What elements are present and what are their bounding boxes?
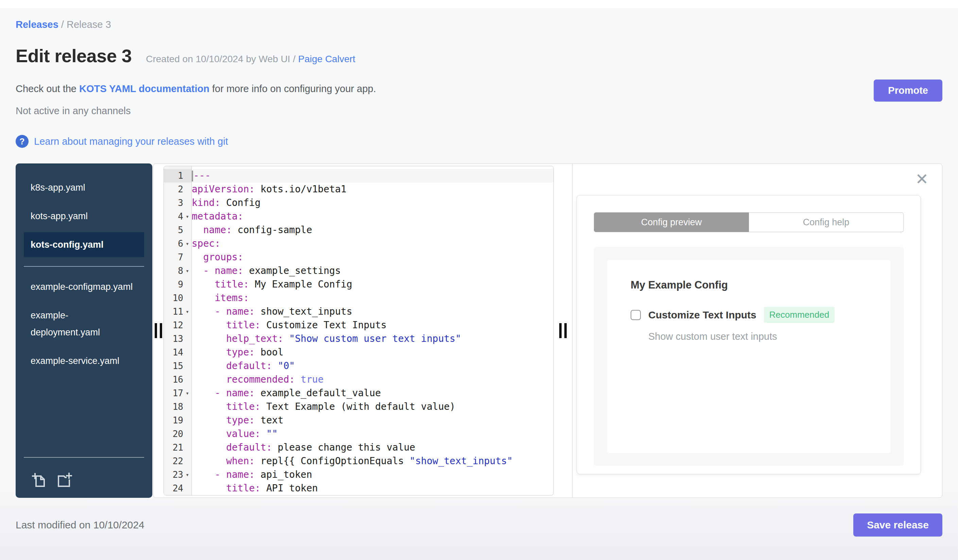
code-line-14[interactable]: type: bool [192, 346, 554, 359]
gutter-line-15: 15 [164, 359, 191, 373]
sidebar-file-kots-app-yaml[interactable]: kots-app.yaml [24, 204, 144, 229]
fold-arrow-icon[interactable]: ▾ [183, 240, 191, 247]
editor-resize-handle[interactable] [554, 164, 572, 497]
title-row: Edit release 3 Created on 10/10/2024 by … [16, 45, 942, 66]
code-line-17[interactable]: - name: example_default_value [192, 386, 554, 400]
gutter-line-22: 22 [164, 454, 191, 468]
fold-arrow-icon[interactable]: ▾ [183, 308, 191, 315]
breadcrumb: Releases / Release 3 [16, 19, 942, 30]
preview-content-area: My Example Config Customize Text Inputs … [594, 247, 904, 466]
line-number: 22 [173, 456, 183, 466]
gutter-line-5: 5 [164, 223, 191, 237]
code-line-2[interactable]: apiVersion: kots.io/v1beta1 [192, 182, 554, 196]
created-prefix: Created on 10/10/2024 by Web UI / [146, 54, 298, 64]
code-line-3[interactable]: kind: Config [192, 196, 554, 210]
gutter-line-12: 12 [164, 318, 191, 332]
breadcrumb-releases-link[interactable]: Releases [16, 19, 59, 30]
close-icon[interactable]: ✕ [915, 171, 928, 187]
sidebar-file-example-service-yaml[interactable]: example-service.yaml [24, 348, 144, 373]
gutter-line-1: 1 [164, 169, 191, 182]
sidebar-divider [24, 266, 144, 267]
code-line-1[interactable]: --- [192, 169, 554, 182]
code-line-23[interactable]: - name: api_token [192, 468, 554, 481]
sidebar-file-example-deployment-yaml[interactable]: example-deployment.yaml [24, 303, 144, 345]
add-file-icon[interactable] [30, 472, 47, 488]
code-line-8[interactable]: - name: example_settings [192, 264, 554, 278]
code-line-16[interactable]: recommended: true [192, 373, 554, 386]
line-number: 1 [178, 171, 183, 181]
sidebar-file-k8s-app-yaml[interactable]: k8s-app.yaml [24, 175, 144, 200]
sidebar-resize-handle[interactable] [153, 164, 163, 497]
gutter-line-18: 18 [164, 400, 191, 414]
code-line-21[interactable]: default: please change this value [192, 441, 554, 454]
add-folder-icon[interactable] [56, 472, 72, 488]
code-line-18[interactable]: title: Text Example (with default value) [192, 400, 554, 414]
sidebar-file-example-configmap-yaml[interactable]: example-configmap.yaml [24, 274, 144, 299]
code-line-12[interactable]: title: Customize Text Inputs [192, 318, 554, 332]
line-number: 8 [178, 266, 183, 276]
fold-arrow-icon[interactable]: ▾ [183, 390, 191, 397]
code-line-5[interactable]: name: config-sample [192, 223, 554, 237]
kots-yaml-docs-link[interactable]: KOTS YAML documentation [79, 83, 209, 94]
code-line-11[interactable]: - name: show_text_inputs [192, 305, 554, 318]
docs-line: Check out the KOTS YAML documentation fo… [16, 83, 942, 95]
editor-code[interactable]: ---apiVersion: kots.io/v1beta1kind: Conf… [192, 166, 554, 495]
created-author-link[interactable]: Paige Calvert [298, 54, 355, 64]
save-release-button[interactable]: Save release [853, 513, 942, 536]
line-number: 2 [178, 184, 183, 195]
gutter-line-13: 13 [164, 332, 191, 346]
fold-arrow-icon[interactable]: ▾ [183, 471, 191, 478]
sidebar-spacer [16, 377, 152, 452]
git-releases-link[interactable]: Learn about managing your releases with … [34, 136, 228, 147]
tab-config-preview[interactable]: Config preview [594, 212, 749, 232]
file-sidebar: k8s-app.yamlkots-app.yamlkots-config.yam… [16, 163, 152, 498]
customize-text-inputs-checkbox[interactable] [631, 310, 641, 320]
code-line-4[interactable]: metadata: [192, 210, 554, 223]
editor-preview-container: 1234▾56▾78▾91011▾121314151617▾1819202122… [153, 163, 942, 498]
code-line-7[interactable]: groups: [192, 250, 554, 264]
main-row: k8s-app.yamlkots-app.yamlkots-config.yam… [16, 163, 942, 498]
line-number: 9 [178, 279, 183, 289]
config-card: My Example Config Customize Text Inputs … [607, 260, 891, 453]
code-line-15[interactable]: default: "0" [192, 359, 554, 373]
sidebar-file-kots-config-yaml[interactable]: kots-config.yaml [24, 232, 144, 257]
docs-prefix: Check out the [16, 83, 79, 94]
line-number: 20 [173, 429, 183, 439]
gutter-line-25: 25 [164, 495, 191, 495]
code-line-20[interactable]: value: "" [192, 427, 554, 441]
gutter-line-7: 7 [164, 250, 191, 264]
file-list-top: k8s-app.yamlkots-app.yamlkots-config.yam… [16, 175, 152, 261]
code-line-9[interactable]: title: My Example Config [192, 278, 554, 291]
tab-config-help[interactable]: Config help [749, 212, 904, 232]
page: Releases / Release 3 Edit release 3 Crea… [0, 0, 958, 536]
code-line-6[interactable]: spec: [192, 237, 554, 250]
line-number: 11 [173, 307, 183, 317]
code-line-19[interactable]: type: text [192, 414, 554, 427]
code-line-13[interactable]: help_text: "Show custom user text inputs… [192, 332, 554, 346]
yaml-editor[interactable]: 1234▾56▾78▾91011▾121314151617▾1819202122… [163, 166, 554, 495]
gutter-line-2: 2 [164, 182, 191, 196]
promote-button[interactable]: Promote [874, 79, 942, 101]
line-number: 5 [178, 225, 183, 235]
fold-arrow-icon[interactable]: ▾ [183, 213, 191, 220]
code-line-10[interactable]: items: [192, 291, 554, 305]
line-number: 6 [178, 239, 183, 249]
resize-bar [564, 323, 567, 338]
code-line-22[interactable]: when: repl{{ ConfigOptionEquals "show_te… [192, 454, 554, 468]
resize-bar [559, 323, 561, 338]
created-info: Created on 10/10/2024 by Web UI / Paige … [146, 54, 355, 65]
gutter-line-4: 4▾ [164, 210, 191, 223]
code-line-24[interactable]: title: API token [192, 481, 554, 495]
line-number: 10 [173, 293, 183, 303]
sidebar-bottom-divider [24, 457, 144, 458]
config-item-row: Customize Text Inputs Recommended [631, 307, 867, 323]
fold-arrow-icon[interactable]: ▾ [183, 267, 191, 274]
line-number: 17 [173, 388, 183, 398]
config-item-help-text: Show custom user text inputs [648, 331, 867, 342]
page-title: Edit release 3 [16, 45, 132, 66]
gutter-line-19: 19 [164, 414, 191, 427]
line-number: 23 [173, 470, 183, 480]
gutter-line-14: 14 [164, 346, 191, 359]
line-number: 18 [173, 402, 183, 412]
line-number: 12 [173, 320, 183, 330]
